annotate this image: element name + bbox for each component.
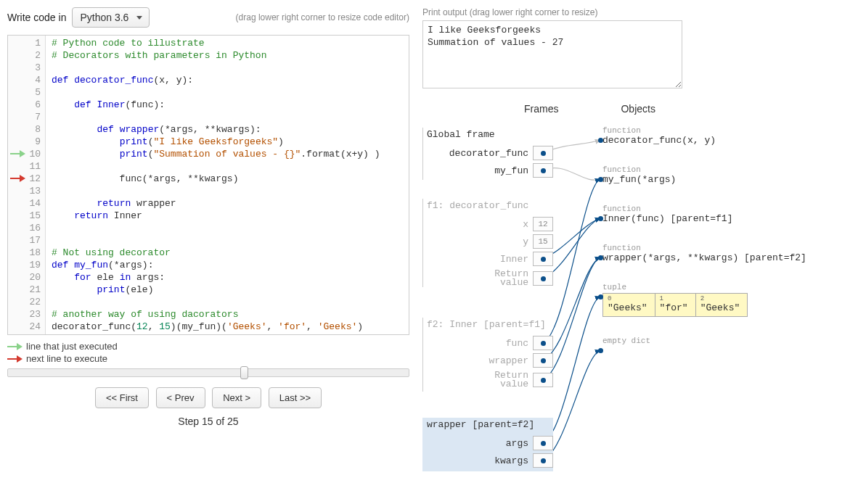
ref-dot xyxy=(533,146,553,160)
code-pane: Write code in Python 3.6 (drag lower rig… xyxy=(7,7,409,477)
ref-dot xyxy=(533,353,553,368)
frame-wrapper: wrapper [parent=f2] args kwargs xyxy=(422,418,553,471)
code-editor[interactable]: 123456789101112131415161718192021222324 … xyxy=(7,35,409,335)
legend: line that just executed next line to exe… xyxy=(7,341,409,364)
var-decorator_func: decorator_func xyxy=(449,148,533,159)
arrow-red-icon xyxy=(7,355,22,363)
ref-dot xyxy=(533,453,553,468)
output-label: Print output (drag lower right corner to… xyxy=(422,7,851,17)
var-f1-y: y xyxy=(523,236,533,247)
object-function-decorator_func: function decorator_func(x, y) xyxy=(602,126,716,146)
viz-area: Global frame decorator_func my_fun f1: d… xyxy=(422,115,851,477)
arrow-green-icon xyxy=(7,343,22,350)
frames-header: Frames xyxy=(524,103,558,115)
prev-button[interactable]: < Prev xyxy=(156,387,205,408)
output-text: I like Geeksforgeeks Summation of values… xyxy=(428,25,563,48)
ref-dot xyxy=(533,336,553,350)
frame-f1: f1: decorator_func x12 y15 Inner Return … xyxy=(422,199,553,287)
step-buttons: << First < Prev Next > Last >> xyxy=(7,387,409,408)
lang-label: Write code in xyxy=(7,12,66,23)
object-function-wrapper: function wrapper(*args, **kwargs) [paren… xyxy=(602,244,806,263)
var-f2-wrapper: wrapper xyxy=(489,355,533,366)
objects-header: Objects xyxy=(621,103,655,115)
object-function-my_fun: function my_fun(*args) xyxy=(602,165,676,185)
var-my_fun: my_fun xyxy=(494,165,533,176)
var-f2-func: func xyxy=(506,338,533,349)
object-function-inner: function Inner(func) [parent=f1] xyxy=(602,205,732,224)
lang-select-wrap: Python 3.6 xyxy=(72,7,150,28)
step-slider[interactable] xyxy=(7,368,409,377)
viz-pane: Print output (drag lower right corner to… xyxy=(422,7,851,477)
frame-f2: f2: Inner [parent=f1] func wrapper Retur… xyxy=(422,318,553,392)
next-button[interactable]: Next > xyxy=(212,387,261,408)
frame-title-f1: f1: decorator_func xyxy=(422,199,553,215)
object-tuple: tuple 0"Geeks"1"for"2"Geeks" xyxy=(602,283,748,317)
slider-knob[interactable] xyxy=(240,366,248,379)
ref-dot xyxy=(533,436,553,450)
legend-next-line: next line to execute xyxy=(26,353,107,364)
var-f1-return: Return value xyxy=(494,270,533,287)
step-label: Step 15 of 25 xyxy=(7,416,409,427)
viz-headers: Frames Objects xyxy=(422,103,851,115)
var-wrap-args: args xyxy=(506,438,533,449)
var-f2-return: Return value xyxy=(494,371,533,389)
first-button[interactable]: << First xyxy=(95,387,149,408)
output-box[interactable]: I like Geeksforgeeks Summation of values… xyxy=(422,20,682,88)
var-wrap-kwargs: kwargs xyxy=(494,455,533,466)
ref-dot xyxy=(533,252,553,266)
var-f1-inner: Inner xyxy=(500,254,533,265)
frame-title-wrapper: wrapper [parent=f2] xyxy=(422,418,553,434)
frame-title-f2: f2: Inner [parent=f1] xyxy=(422,318,553,334)
header-row: Write code in Python 3.6 (drag lower rig… xyxy=(7,7,409,28)
resize-hint: (drag lower right corner to resize code … xyxy=(236,12,409,22)
val-f1-y: 15 xyxy=(533,234,553,249)
ref-dot xyxy=(533,373,553,387)
ref-dot xyxy=(533,163,553,178)
ref-dot xyxy=(533,271,553,286)
var-f1-x: x xyxy=(523,219,533,230)
frame-global: Global frame decorator_func my_fun xyxy=(422,128,553,180)
object-empty-dict: empty dict xyxy=(602,336,650,345)
legend-just-executed: line that just executed xyxy=(26,341,118,352)
val-f1-x: 12 xyxy=(533,217,553,231)
frame-title-global: Global frame xyxy=(422,128,553,144)
last-button[interactable]: Last >> xyxy=(269,387,322,408)
language-select[interactable]: Python 3.6 xyxy=(72,7,150,28)
